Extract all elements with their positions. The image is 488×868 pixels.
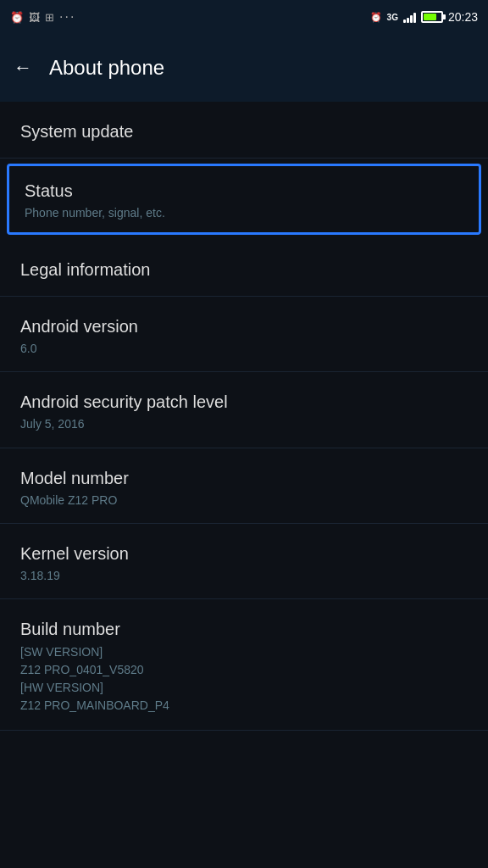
- battery-icon: [421, 11, 443, 23]
- menu-item-title-android-version: Android version: [20, 315, 468, 337]
- menu-item-subtitle-kernel-version: 3.18.19: [20, 568, 468, 583]
- menu-item-build-number[interactable]: Build number [SW VERSION] Z12 PRO_0401_V…: [0, 599, 488, 731]
- content: System update Status Phone number, signa…: [0, 102, 488, 731]
- gallery-icon: 🖼: [29, 11, 40, 24]
- signal-bars: [403, 11, 416, 23]
- menu-item-system-update[interactable]: System update: [0, 102, 488, 159]
- signal-bar-1: [403, 19, 406, 23]
- menu-item-kernel-version[interactable]: Kernel version 3.18.19: [0, 524, 488, 599]
- alarm-icon: ⏰: [10, 11, 24, 24]
- status-bar: ⏰ 🖼 ⊞ ··· ⏰ 3G 20:23: [0, 0, 488, 34]
- menu-item-status-wrapper: Status Phone number, signal, etc.: [7, 164, 481, 235]
- menu-item-subtitle-status: Phone number, signal, etc.: [25, 205, 463, 220]
- clock-time: 20:23: [448, 10, 478, 24]
- menu-item-title-model-number: Model number: [20, 467, 468, 489]
- signal-bar-4: [413, 13, 416, 23]
- menu-item-subtitle-model-number: QMobile Z12 PRO: [20, 492, 468, 508]
- menu-item-title-security-patch: Android security patch level: [20, 391, 468, 413]
- menu-item-title-legal: Legal information: [20, 259, 468, 281]
- menu-item-model-number[interactable]: Model number QMobile Z12 PRO: [0, 448, 488, 524]
- menu-item-android-version[interactable]: Android version 6.0: [0, 297, 488, 372]
- menu-item-security-patch[interactable]: Android security patch level July 5, 201…: [0, 372, 488, 448]
- menu-item-subtitle-build-number: [SW VERSION] Z12 PRO_0401_V5820 [HW VERS…: [20, 643, 468, 715]
- battery-fill: [424, 14, 436, 20]
- menu-item-title-status: Status: [25, 180, 463, 202]
- status-bar-left: ⏰ 🖼 ⊞ ···: [10, 9, 75, 25]
- menu-item-legal[interactable]: Legal information: [0, 240, 488, 297]
- network-badge: 3G: [387, 13, 398, 22]
- back-button[interactable]: ←: [14, 57, 32, 79]
- menu-item-title-system-update: System update: [20, 120, 468, 142]
- alarm-small-icon: ⏰: [370, 12, 382, 23]
- more-icon: ···: [59, 9, 75, 25]
- menu-item-subtitle-android-version: 6.0: [20, 341, 468, 356]
- header: ← About phone: [0, 34, 488, 102]
- page-title: About phone: [49, 56, 164, 80]
- menu-item-title-build-number: Build number: [20, 618, 468, 640]
- signal-bar-3: [410, 15, 413, 23]
- signal-bar-2: [407, 18, 409, 23]
- menu-item-status[interactable]: Status Phone number, signal, etc.: [7, 164, 481, 235]
- menu-item-title-kernel-version: Kernel version: [20, 542, 468, 565]
- status-bar-right: ⏰ 3G 20:23: [370, 10, 478, 24]
- grid-icon: ⊞: [45, 11, 54, 24]
- menu-item-subtitle-security-patch: July 5, 2016: [20, 416, 468, 431]
